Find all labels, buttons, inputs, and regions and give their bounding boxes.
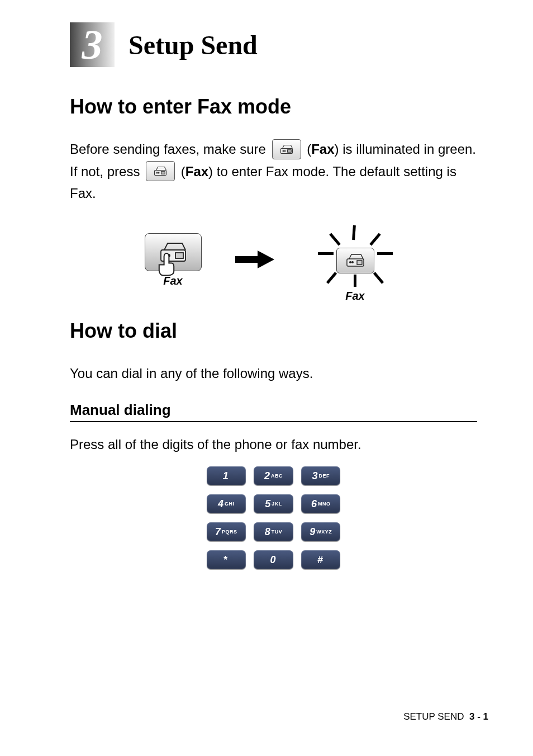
fax-key-press: Fax bbox=[145, 233, 202, 287]
fax-mode-paragraph: Before sending faxes, make sure (Fax) is… bbox=[70, 138, 477, 205]
keypad-key-hash: # bbox=[301, 550, 341, 569]
svg-point-6 bbox=[156, 172, 158, 173]
svg-point-7 bbox=[158, 172, 159, 173]
fax-key-face-lit bbox=[336, 248, 374, 273]
keypad-key-6: 6MNO bbox=[301, 494, 341, 513]
fax-key-face bbox=[145, 233, 202, 271]
fax-key-label: Fax bbox=[145, 275, 202, 287]
keypad-key-star: * bbox=[207, 550, 246, 569]
svg-marker-12 bbox=[235, 251, 274, 268]
fax-button-icon bbox=[272, 139, 301, 159]
keypad-key-1: 1 bbox=[207, 466, 246, 485]
chapter-header: 3 Setup Send bbox=[70, 22, 477, 67]
svg-rect-5 bbox=[161, 172, 165, 174]
svg-point-3 bbox=[284, 150, 285, 152]
footer-section: SETUP SEND bbox=[403, 711, 464, 722]
text-fragment: ( bbox=[181, 164, 185, 179]
fax-mode-diagram: Fax Fax bbox=[70, 219, 477, 303]
dial-keypad: 1 2ABC 3DEF 4GHI 5JKL 6MNO 7PQRS 8TUV 9W… bbox=[207, 466, 341, 569]
fax-key-label-lit: Fax bbox=[308, 290, 403, 303]
svg-rect-1 bbox=[287, 149, 291, 152]
keypad-key-0: 0 bbox=[254, 550, 293, 569]
svg-point-2 bbox=[283, 150, 284, 152]
svg-point-16 bbox=[351, 262, 353, 263]
svg-point-15 bbox=[349, 262, 351, 263]
subheading-manual-dialing: Manual dialing bbox=[70, 401, 477, 422]
keypad-key-5: 5JKL bbox=[254, 494, 293, 513]
arrow-right-icon bbox=[235, 248, 274, 273]
text-fragment: Before sending faxes, make sure bbox=[70, 141, 270, 157]
text-fragment: ( bbox=[307, 141, 311, 157]
section-heading-fax-mode: How to enter Fax mode bbox=[70, 95, 477, 119]
fax-button-icon bbox=[146, 161, 175, 181]
fax-label-bold: Fax bbox=[185, 164, 208, 179]
section-heading-how-to-dial: How to dial bbox=[70, 319, 477, 343]
fax-key-illuminated: Fax bbox=[308, 219, 403, 303]
chapter-title: Setup Send bbox=[129, 30, 258, 60]
keypad-key-8: 8TUV bbox=[254, 522, 293, 541]
hand-icon bbox=[150, 252, 183, 276]
keypad-key-2: 2ABC bbox=[254, 466, 293, 485]
how-to-dial-intro: You can dial in any of the following way… bbox=[70, 362, 477, 385]
page-footer: SETUP SEND 3 - 1 bbox=[403, 711, 488, 722]
keypad-key-4: 4GHI bbox=[207, 494, 246, 513]
keypad-key-7: 7PQRS bbox=[207, 522, 246, 541]
manual-dialing-text: Press all of the digits of the phone or … bbox=[70, 433, 477, 456]
fax-label-bold: Fax bbox=[311, 141, 334, 157]
keypad-key-9: 9WXYZ bbox=[301, 522, 341, 541]
chapter-number-badge: 3 bbox=[70, 22, 115, 67]
svg-rect-14 bbox=[357, 261, 362, 264]
chapter-number: 3 bbox=[82, 24, 103, 65]
keypad-key-3: 3DEF bbox=[301, 466, 341, 485]
footer-page: 3 - 1 bbox=[469, 711, 488, 722]
